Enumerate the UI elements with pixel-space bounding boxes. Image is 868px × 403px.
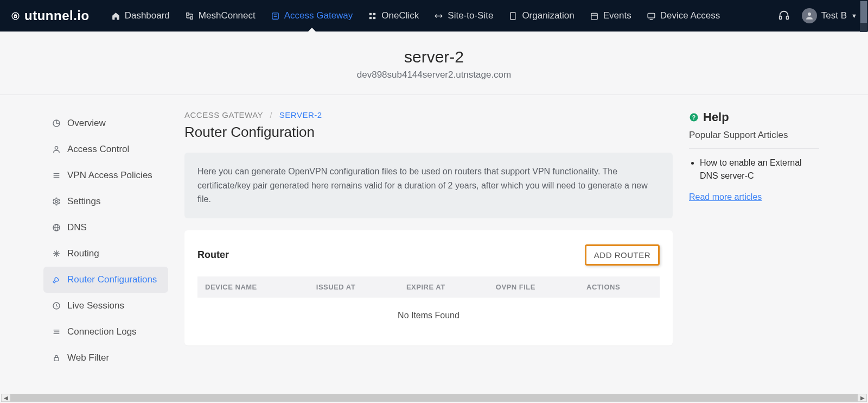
nav-right: Test B ▼ (778, 8, 857, 23)
svg-rect-3 (190, 16, 193, 18)
clock-icon (52, 301, 61, 310)
nav-label: Organization (522, 10, 574, 21)
read-more-link[interactable]: Read more articles (689, 192, 762, 202)
user-name: Test B (821, 10, 847, 21)
server-title: server-2 (0, 48, 868, 66)
caret-down-icon: ▼ (851, 12, 857, 19)
sidebar-label: Live Sessions (67, 300, 124, 311)
help-title: Help (703, 110, 729, 124)
nav-label: Dashboard (125, 10, 170, 21)
router-table: DEVICE NAME ISSUED AT EXPIRE AT OVPN FIL… (197, 276, 660, 298)
sidebar-label: Routing (67, 248, 99, 259)
list-icon (52, 171, 61, 180)
scroll-left-icon[interactable]: ◀ (2, 394, 10, 401)
logs-icon (52, 328, 61, 336)
router-card: Router ADD ROUTER DEVICE NAME ISSUED AT … (184, 230, 673, 345)
help-icon: ? (689, 112, 699, 122)
add-router-button[interactable]: ADD ROUTER (585, 244, 660, 266)
svg-rect-21 (786, 16, 788, 19)
brand-text: utunnel.io (24, 8, 90, 23)
nav-label: Access Gateway (284, 10, 353, 21)
scroll-right-icon[interactable]: ▶ (858, 394, 866, 401)
sidebar: Overview Access Control VPN Access Polic… (43, 110, 168, 371)
nav-events[interactable]: Events (590, 1, 631, 31)
help-article[interactable]: How to enable an External DNS server-C (700, 156, 819, 182)
nav-dashboard[interactable]: Dashboard (111, 1, 170, 31)
breadcrumb-root[interactable]: ACCESS GATEWAY (184, 110, 263, 119)
pie-icon (52, 119, 61, 128)
nav-organization[interactable]: Organization (508, 1, 574, 31)
col-expire-at: EXPIRE AT (399, 276, 488, 298)
server-subtitle: dev898sub4144server2.utnstage.com (0, 70, 868, 80)
col-actions: ACTIONS (579, 276, 660, 298)
vertical-scrollbar[interactable] (860, 1, 867, 32)
nav-label: Events (603, 10, 631, 21)
main-content: ACCESS GATEWAY / SERVER-2 Router Configu… (184, 110, 673, 371)
svg-rect-9 (369, 16, 372, 18)
wrench-icon (52, 275, 61, 284)
sidebar-item-connection-logs[interactable]: Connection Logs (43, 319, 168, 345)
svg-rect-20 (780, 16, 782, 19)
svg-rect-11 (511, 12, 516, 20)
svg-rect-10 (373, 16, 375, 18)
layout: Overview Access Control VPN Access Polic… (0, 95, 868, 371)
svg-rect-16 (591, 13, 597, 19)
nav-meshconnect[interactable]: MeshConnect (185, 1, 256, 31)
brand[interactable]: utunnel.io (11, 8, 90, 23)
sidebar-label: DNS (67, 222, 87, 233)
top-nav: utunnel.io Dashboard MeshConnect Access … (0, 0, 868, 32)
sidebar-item-overview[interactable]: Overview (43, 110, 168, 136)
svg-rect-40 (54, 357, 59, 361)
avatar-icon (802, 8, 817, 23)
mesh-icon (185, 11, 194, 21)
swap-icon (434, 11, 443, 21)
sidebar-item-router-config[interactable]: Router Configurations (43, 267, 168, 293)
sidebar-item-vpn-policies[interactable]: VPN Access Policies (43, 162, 168, 188)
breadcrumb-sep: / (270, 110, 272, 119)
lock-icon (52, 354, 61, 362)
monitor-icon (647, 11, 656, 21)
sidebar-item-dns[interactable]: DNS (43, 215, 168, 241)
headset-icon[interactable] (778, 10, 790, 22)
sidebar-label: Overview (67, 118, 106, 129)
sidebar-item-live-sessions[interactable]: Live Sessions (43, 293, 168, 319)
col-device-name: DEVICE NAME (197, 276, 309, 298)
sidebar-item-routing[interactable]: Routing (43, 241, 168, 267)
user-menu[interactable]: Test B ▼ (802, 8, 857, 23)
sidebar-label: Web Filter (67, 352, 109, 363)
sidebar-label: Connection Logs (67, 326, 137, 337)
svg-rect-8 (373, 12, 375, 15)
help-articles: How to enable an External DNS server-C (689, 156, 819, 182)
breadcrumb-current[interactable]: SERVER-2 (279, 110, 322, 119)
user-icon (52, 145, 61, 154)
svg-rect-7 (369, 12, 372, 15)
svg-point-24 (55, 147, 58, 149)
grid-icon (368, 11, 377, 21)
nav-site-to-site[interactable]: Site-to-Site (434, 1, 493, 31)
route-icon (52, 249, 61, 258)
col-ovpn-file: OVPN FILE (488, 276, 579, 298)
brand-lock-icon (11, 11, 20, 21)
svg-text:?: ? (692, 114, 695, 121)
sidebar-item-settings[interactable]: Settings (43, 188, 168, 215)
empty-state: No Items Found (197, 298, 660, 324)
nav-oneclick[interactable]: OneClick (368, 1, 419, 31)
nav-label: Site-to-Site (448, 10, 493, 21)
building-icon (508, 11, 518, 21)
nav-items: Dashboard MeshConnect Access Gateway One… (111, 1, 778, 31)
help-panel: ? Help Popular Support Articles How to e… (689, 110, 819, 371)
sidebar-item-web-filter[interactable]: Web Filter (43, 345, 168, 371)
svg-point-22 (808, 12, 811, 16)
server-header: server-2 dev898sub4144server2.utnstage.c… (0, 32, 868, 95)
svg-rect-2 (187, 12, 189, 15)
sidebar-label: Settings (67, 196, 100, 207)
sidebar-item-access-control[interactable]: Access Control (43, 136, 168, 162)
nav-access-gateway[interactable]: Access Gateway (271, 1, 353, 31)
horizontal-scrollbar[interactable]: ◀ ▶ (1, 394, 867, 402)
breadcrumb: ACCESS GATEWAY / SERVER-2 (184, 110, 673, 119)
scroll-thumb[interactable] (10, 394, 858, 401)
nav-device-access[interactable]: Device Access (647, 1, 720, 31)
globe-icon (52, 223, 61, 232)
gear-icon (52, 197, 61, 206)
svg-rect-1 (14, 15, 16, 17)
